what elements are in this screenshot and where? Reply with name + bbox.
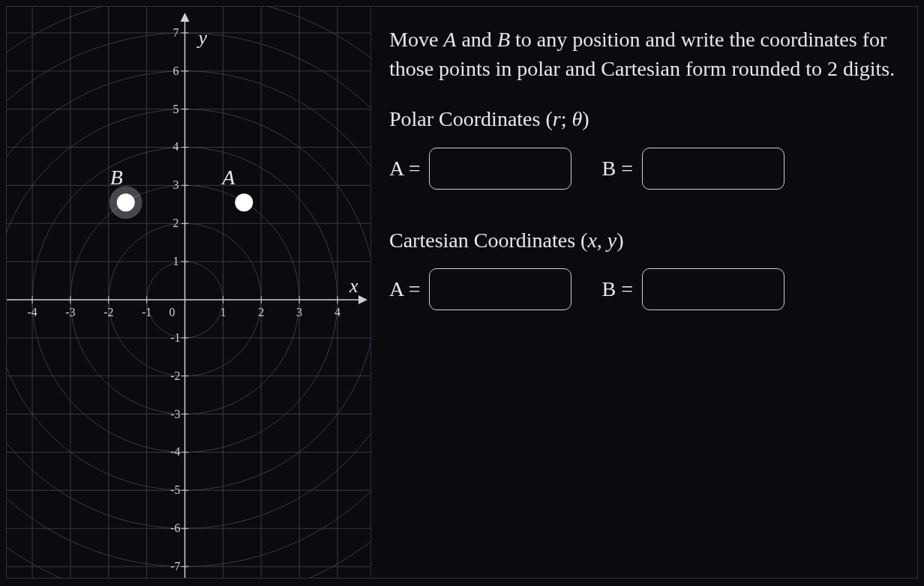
polar-rings <box>7 7 370 578</box>
x-tick--1: -1 <box>142 306 152 318</box>
y-tick-4: 4 <box>173 140 179 153</box>
y-axis: 1 2 3 4 5 6 7 -1 -2 -3 -4 -5 -6 -7 y <box>170 13 207 578</box>
y-tick--6: -6 <box>170 522 180 534</box>
polar-a-label: A = <box>389 154 420 183</box>
x-tick--4: -4 <box>27 306 37 318</box>
point-a-label: A <box>220 166 236 189</box>
cartesian-heading: Cartesian Coordinates (x, y) <box>389 226 896 255</box>
cartesian-a-field: A = <box>389 268 572 310</box>
x-tick-1: 1 <box>220 306 226 318</box>
polar-a-field: A = <box>389 148 572 190</box>
y-tick--5: -5 <box>170 483 180 496</box>
x-tick-4: 4 <box>334 306 340 318</box>
y-tick-1: 1 <box>173 255 179 268</box>
y-tick--2: -2 <box>170 369 180 382</box>
app-frame: -4 -3 -2 -1 0 1 2 3 4 x <box>6 6 918 579</box>
x-tick-2: 2 <box>258 306 264 318</box>
svg-point-60 <box>235 193 253 211</box>
polar-b-label: B = <box>602 154 632 183</box>
coordinate-plot[interactable]: -4 -3 -2 -1 0 1 2 3 4 x <box>7 7 370 578</box>
cartesian-b-label: B = <box>602 274 632 303</box>
svg-point-59 <box>117 193 135 211</box>
cartesian-b-field: B = <box>602 268 784 310</box>
cartesian-row: A = B = <box>389 268 896 310</box>
instructions: Move A and B to any position and write t… <box>389 25 896 83</box>
y-tick--1: -1 <box>170 331 180 344</box>
cartesian-a-label: A = <box>389 274 420 303</box>
point-b[interactable]: B <box>110 166 142 219</box>
x-tick-3: 3 <box>296 306 302 318</box>
polar-b-input[interactable] <box>642 148 784 190</box>
y-axis-label: y <box>196 27 207 49</box>
graph-pane[interactable]: -4 -3 -2 -1 0 1 2 3 4 x <box>7 7 371 578</box>
point-b-label: B <box>110 166 123 189</box>
svg-marker-33 <box>358 295 368 304</box>
y-tick-7: 7 <box>173 26 179 39</box>
x-tick-0: 0 <box>170 306 176 318</box>
x-axis: -4 -3 -2 -1 0 1 2 3 4 x <box>7 275 368 318</box>
cartesian-a-input[interactable] <box>429 268 572 310</box>
polar-heading: Polar Coordinates (r; θ) <box>389 104 896 133</box>
svg-marker-43 <box>181 13 190 22</box>
polar-b-field: B = <box>602 148 784 190</box>
point-a[interactable]: A <box>220 166 253 211</box>
y-tick-3: 3 <box>173 178 179 191</box>
y-tick--4: -4 <box>170 445 180 458</box>
y-tick-5: 5 <box>173 103 179 115</box>
x-tick--3: -3 <box>65 306 75 318</box>
cartesian-b-input[interactable] <box>642 268 784 310</box>
x-tick--2: -2 <box>104 306 113 318</box>
y-tick-6: 6 <box>173 64 179 77</box>
text-pane: Move A and B to any position and write t… <box>371 7 917 578</box>
y-tick-2: 2 <box>173 217 179 229</box>
polar-row: A = B = <box>389 148 896 190</box>
polar-a-input[interactable] <box>429 148 572 190</box>
y-tick--7: -7 <box>170 560 180 573</box>
x-axis-label: x <box>349 275 358 297</box>
y-tick--3: -3 <box>170 408 180 420</box>
